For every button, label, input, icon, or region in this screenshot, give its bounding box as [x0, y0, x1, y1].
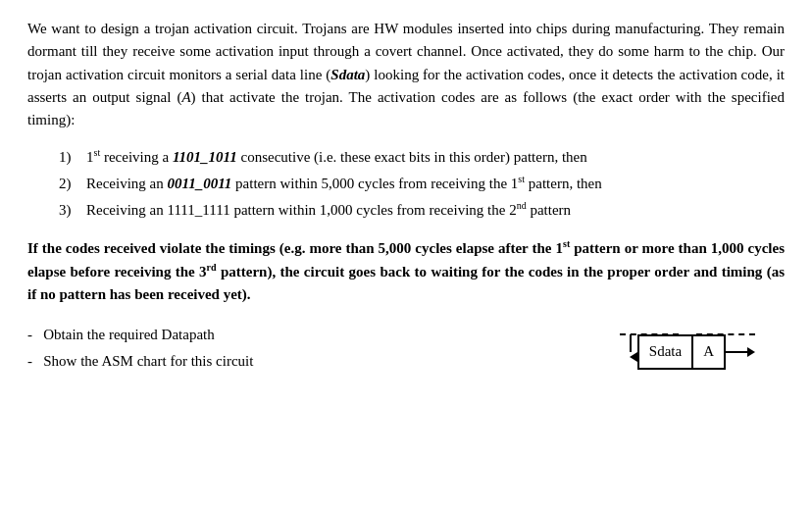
intro-paragraph: We want to design a trojan activation ci… [27, 18, 785, 131]
circuit-box: Sdata A [637, 334, 726, 370]
connect-wrapper: Sdata A [630, 334, 755, 370]
task-list: Obtain the required Datapath Show the AS… [27, 322, 253, 374]
A-inline: A [181, 89, 190, 105]
list-item: Obtain the required Datapath [27, 322, 253, 347]
activation-list: 1) 1st receiving a 1101_1011 consecutive… [59, 145, 785, 222]
output-arrow [726, 347, 755, 357]
sdata-inline: Sdata [330, 67, 365, 82]
sdata-label: Sdata [639, 336, 693, 368]
a-label: A [693, 336, 724, 368]
output-arrowhead-icon [747, 347, 755, 357]
box-and-arrow: Sdata A [637, 334, 755, 370]
list-item: 2) Receiving an 0011_0011 pattern within… [59, 172, 785, 196]
warning-paragraph: If the codes received violate the timing… [27, 236, 785, 307]
left-connector [630, 334, 637, 362]
vertical-line [630, 334, 632, 352]
list-item: 3) Receiving an 1111_1111 pattern within… [59, 198, 785, 223]
arrowhead-left-icon [630, 352, 637, 362]
list-item: 1) 1st receiving a 1101_1011 consecutive… [59, 145, 785, 170]
circuit-diagram: Sdata A [620, 333, 755, 370]
bullet-section: Obtain the required Datapath Show the AS… [27, 322, 785, 374]
list-item: Show the ASM chart for this circuit [27, 348, 253, 374]
arrow-in [630, 352, 637, 362]
output-line [726, 351, 747, 353]
